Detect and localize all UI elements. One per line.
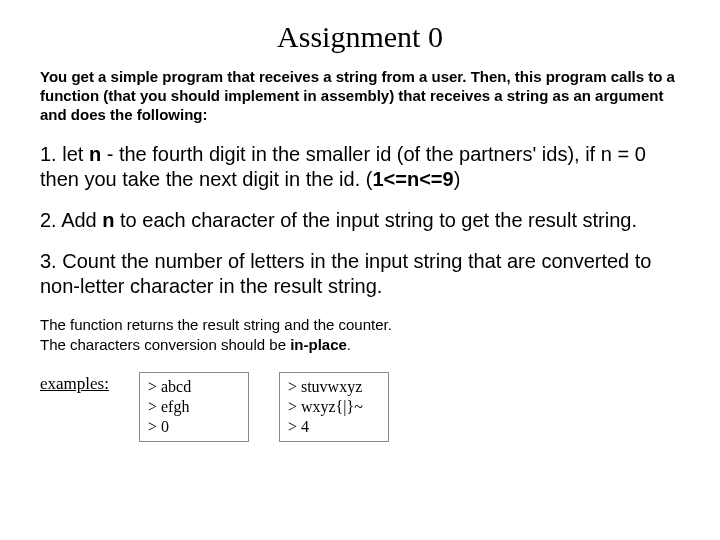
step-1-text-post: ) <box>454 168 461 190</box>
examples-label: examples: <box>40 372 109 394</box>
footnote: The function returns the result string a… <box>40 315 680 354</box>
step-2: 2. Add n to each character of the input … <box>40 208 680 233</box>
example-box-2: > stuvwxyz > wxyz{|}~ > 4 <box>279 372 389 442</box>
step-3: 3. Count the number of letters in the in… <box>40 249 680 299</box>
step-1-range: 1<=n<=9 <box>372 168 453 190</box>
step-1-text-pre: 1. let <box>40 143 89 165</box>
slide-content: Assignment 0 You get a simple program th… <box>0 0 720 482</box>
intro-paragraph: You get a simple program that receives a… <box>40 68 680 124</box>
example-1-input: > abcd <box>148 377 238 397</box>
step-1-n: n <box>89 143 101 165</box>
step-2-text-post: to each character of the input string to… <box>115 209 638 231</box>
page-title: Assignment 0 <box>40 20 680 54</box>
footnote-line2-pre: The characters conversion should be <box>40 336 290 353</box>
example-2-count: > 4 <box>288 417 378 437</box>
example-2-output: > wxyz{|}~ <box>288 397 378 417</box>
step-2-text-pre: 2. Add <box>40 209 102 231</box>
example-1-count: > 0 <box>148 417 238 437</box>
step-1-text-mid: - the fourth digit in the smaller id (of… <box>40 143 646 190</box>
example-box-1: > abcd > efgh > 0 <box>139 372 249 442</box>
footnote-line2-post: . <box>347 336 351 353</box>
footnote-line1: The function returns the result string a… <box>40 316 392 333</box>
step-1: 1. let n - the fourth digit in the small… <box>40 142 680 192</box>
examples-section: examples: > abcd > efgh > 0 > stuvwxyz >… <box>40 372 680 442</box>
step-2-n: n <box>102 209 114 231</box>
example-1-output: > efgh <box>148 397 238 417</box>
example-2-input: > stuvwxyz <box>288 377 378 397</box>
footnote-inplace: in-place <box>290 336 347 353</box>
